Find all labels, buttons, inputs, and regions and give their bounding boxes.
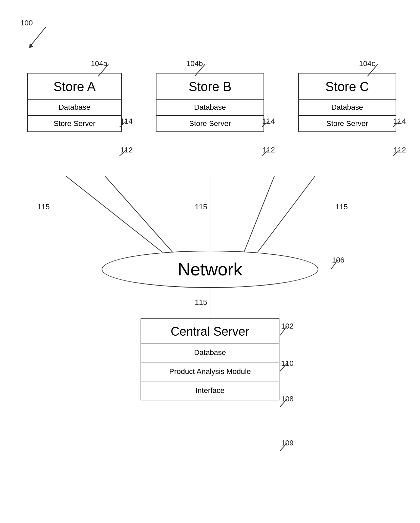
svg-line-10 [120,150,126,156]
store-a-server: Store Server [28,116,121,131]
store-b-box: Store B Database Store Server [156,73,264,132]
arrow-112-b [260,148,270,159]
store-c-server: Store Server [299,116,396,131]
svg-line-18 [280,326,287,335]
ref-115-central: 115 [195,298,207,307]
central-database: Database [141,343,279,362]
svg-line-21 [280,443,287,451]
arrow-104b [191,63,208,80]
store-b-database: Database [156,100,264,116]
arrow-100 [27,24,54,51]
network-label: Network [178,259,243,279]
arrow-114-c [391,120,401,130]
svg-line-20 [280,399,287,407]
network-ellipse: Network [102,251,318,288]
svg-line-0 [66,176,163,252]
arrow-114-a [118,120,128,130]
arrow-106 [329,258,339,272]
svg-line-11 [195,64,205,76]
arrow-104c [364,63,381,80]
svg-line-13 [262,150,269,156]
svg-line-1 [105,176,173,252]
arrow-114-b [260,120,270,130]
arrow-109 [278,441,289,453]
svg-line-12 [262,121,269,127]
arrow-112-a [118,148,128,159]
svg-line-8 [98,64,108,76]
store-c-title: Store C [299,74,396,100]
store-b-server: Store Server [156,116,264,131]
store-a-box: Store A Database Store Server [27,73,122,132]
central-interface: Interface [141,381,279,400]
store-c-box: Store C Database Store Server [298,73,396,132]
svg-line-3 [244,176,274,252]
ref-115-c: 115 [335,203,348,211]
central-product-analysis: Product Analysis Module [141,362,279,381]
svg-line-16 [393,150,400,156]
arrow-102 [278,325,289,338]
store-c-database: Database [299,100,396,116]
svg-line-17 [331,260,338,269]
ref-115-a: 115 [37,203,50,211]
svg-line-15 [393,121,400,127]
diagram-container: 100 Store A Database Store Server 104a 1… [0,0,420,523]
store-a-database: Database [28,100,121,116]
svg-marker-7 [29,43,33,48]
svg-line-4 [257,176,315,252]
ref-115-b: 115 [195,203,207,211]
svg-line-9 [120,121,126,127]
central-server-box: Central Server Database Product Analysis… [141,318,279,400]
arrow-104a [95,63,112,80]
arrow-108 [278,397,289,409]
store-b-title: Store B [156,74,264,100]
svg-line-19 [280,363,287,371]
arrow-110 [278,362,289,374]
central-server-title: Central Server [141,319,279,343]
svg-line-6 [30,27,46,46]
svg-line-14 [368,64,378,76]
arrow-112-c [391,148,401,159]
